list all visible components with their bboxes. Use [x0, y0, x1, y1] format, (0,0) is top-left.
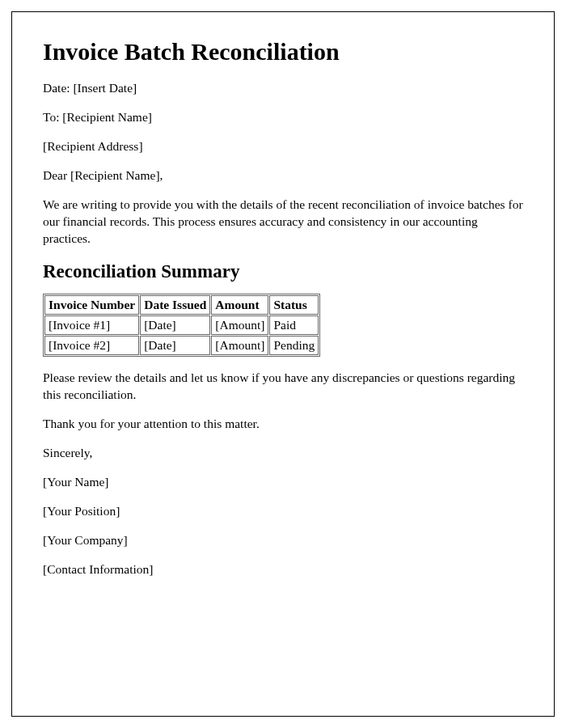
table-row: [Invoice #1] [Date] [Amount] Paid	[44, 315, 319, 335]
cell-amount: [Amount]	[211, 315, 268, 335]
cell-status: Pending	[269, 336, 319, 355]
document-page: Invoice Batch Reconciliation Date: [Inse…	[11, 11, 555, 717]
col-date-issued: Date Issued	[140, 295, 210, 315]
thanks-line: Thank you for your attention to this mat…	[43, 416, 523, 433]
cell-invoice-number: [Invoice #1]	[44, 315, 139, 335]
cell-amount: [Amount]	[211, 336, 268, 355]
col-invoice-number: Invoice Number	[44, 295, 139, 315]
to-line: To: [Recipient Name]	[43, 109, 523, 126]
signer-contact: [Contact Information]	[43, 561, 523, 578]
table-header-row: Invoice Number Date Issued Amount Status	[44, 295, 319, 315]
closing: Sincerely,	[43, 445, 523, 462]
signer-position: [Your Position]	[43, 503, 523, 520]
summary-heading: Reconciliation Summary	[43, 261, 523, 282]
cell-date-issued: [Date]	[140, 315, 210, 335]
recipient-address: [Recipient Address]	[43, 138, 523, 155]
reconciliation-table: Invoice Number Date Issued Amount Status…	[43, 294, 320, 357]
date-line: Date: [Insert Date]	[43, 80, 523, 97]
table-row: [Invoice #2] [Date] [Amount] Pending	[44, 336, 319, 355]
cell-date-issued: [Date]	[140, 336, 210, 355]
col-status: Status	[269, 295, 319, 315]
col-amount: Amount	[211, 295, 268, 315]
signer-company: [Your Company]	[43, 532, 523, 549]
signer-name: [Your Name]	[43, 474, 523, 491]
intro-paragraph: We are writing to provide you with the d…	[43, 197, 523, 248]
page-title: Invoice Batch Reconciliation	[43, 38, 523, 66]
salutation: Dear [Recipient Name],	[43, 167, 523, 184]
review-paragraph: Please review the details and let us kno…	[43, 370, 523, 404]
cell-status: Paid	[269, 315, 319, 335]
cell-invoice-number: [Invoice #2]	[44, 336, 139, 355]
